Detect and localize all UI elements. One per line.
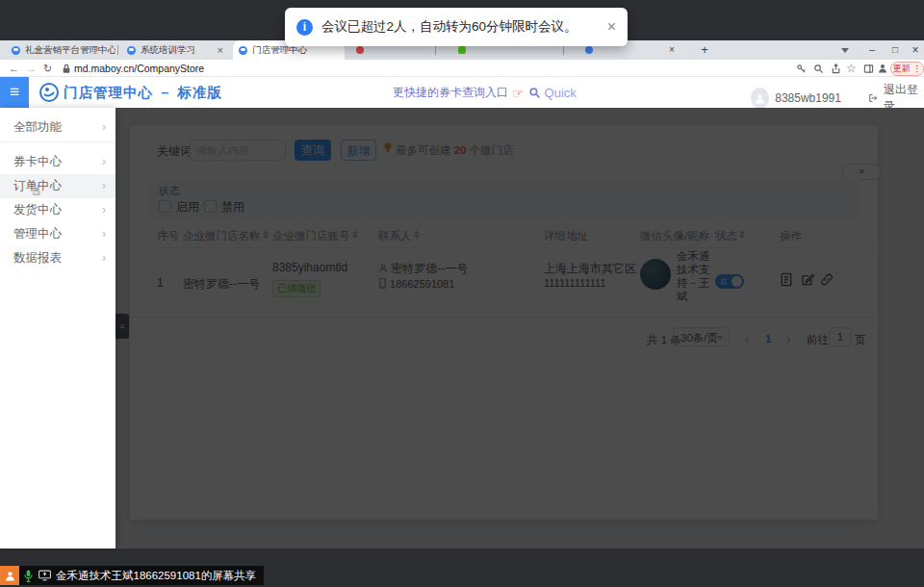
- tab-separator: [435, 45, 436, 55]
- hidden-tab-favicon: [356, 46, 364, 54]
- app-header: ≡ 门店管理中心 － 标准版 更快捷的券卡查询入口 ☞ Quick 8385wb…: [0, 77, 924, 108]
- tab-favicon: [12, 46, 20, 55]
- share-user-badge[interactable]: [0, 566, 19, 585]
- chevron-right-icon: ›: [102, 174, 106, 198]
- lock-icon: [62, 64, 71, 74]
- sidebar-item-data-report[interactable]: 数据报表›: [0, 246, 116, 270]
- sidebar-item-order-center[interactable]: 订单中心›: [0, 174, 116, 198]
- tab-separator: [563, 45, 564, 55]
- key-icon[interactable]: [796, 64, 807, 74]
- chevron-right-icon: ›: [102, 113, 106, 141]
- quick-label: Quick: [545, 86, 577, 100]
- tab-label: 礼盒营销平台管理中心: [25, 44, 116, 57]
- sidebar-item-card-center[interactable]: 券卡中心›: [0, 150, 116, 174]
- window-minimize-button[interactable]: –: [862, 40, 882, 60]
- toast-close-icon[interactable]: ×: [607, 18, 616, 36]
- reload-icon[interactable]: ↻: [43, 60, 52, 77]
- tab-gift-platform[interactable]: 礼盒营销平台管理中心 ×: [6, 40, 116, 60]
- app-logo-icon: [38, 82, 60, 103]
- bookmark-star-icon[interactable]: ☆: [846, 60, 857, 77]
- pointing-hand-icon: ☞: [512, 86, 525, 101]
- chevron-right-icon: ›: [102, 246, 106, 270]
- chrome-update-button[interactable]: 更新 ⋮: [890, 62, 924, 76]
- hidden-tab-favicon: [458, 46, 466, 54]
- share-icon[interactable]: [831, 64, 841, 74]
- window-maximize-button[interactable]: □: [886, 40, 905, 60]
- chevron-right-icon: ›: [102, 150, 106, 174]
- dim-overlay[interactable]: [116, 108, 924, 549]
- sidebar-item-management-center[interactable]: 管理中心›: [0, 222, 116, 246]
- url-text[interactable]: md.maboy.cn/CompanyStore: [74, 60, 204, 77]
- person-icon: [4, 570, 16, 582]
- username-text: 8385wb1991: [775, 91, 841, 105]
- sidebar-menu: 全部功能› 券卡中心› 订单中心› 发货中心› 管理中心› 数据报表› ☝: [0, 108, 116, 549]
- tab-training[interactable]: 系统培训学习 ×: [121, 40, 229, 60]
- desktop: 礼盒营销平台管理中心 × 系统培训学习 × 门店管理中心 × + – □ × ←…: [0, 0, 924, 587]
- tab-favicon: [127, 46, 136, 55]
- tab-separator: [117, 45, 118, 55]
- new-tab-button[interactable]: +: [695, 40, 714, 60]
- hidden-tab-favicon: [585, 46, 593, 54]
- quick-search-icon: [528, 87, 541, 99]
- tab-label: 系统培训学习: [141, 44, 195, 57]
- quick-entry-text: 更快捷的券卡查询入口: [393, 85, 508, 101]
- profile-icon[interactable]: [877, 63, 888, 74]
- logout-icon[interactable]: [868, 92, 878, 104]
- menu-toggle-button[interactable]: ≡: [0, 77, 29, 108]
- screen-share-icon: [38, 570, 51, 581]
- browser-address-bar: ← → ↻ md.maboy.cn/CompanyStore ☆ 更新 ⋮: [0, 60, 924, 77]
- tab-favicon: [239, 46, 247, 55]
- toast-message: 会议已超过2人，自动转为60分钟限时会议。: [321, 18, 578, 36]
- side-panel-icon[interactable]: [863, 64, 874, 74]
- sidebar-item-all-functions[interactable]: 全部功能›: [0, 113, 116, 142]
- back-icon[interactable]: ←: [9, 60, 19, 77]
- microphone-icon: [23, 570, 34, 582]
- quick-entry[interactable]: 更快捷的券卡查询入口 ☞ Quick: [393, 85, 577, 101]
- tab-search-caret-icon[interactable]: [841, 48, 849, 53]
- info-icon: i: [296, 19, 313, 36]
- screen-share-bar: 金禾通技术王斌18662591081的屏幕共享: [19, 566, 264, 585]
- share-text: 金禾通技术王斌18662591081的屏幕共享: [56, 569, 256, 583]
- sidebar-item-shipping-center[interactable]: 发货中心›: [0, 198, 116, 222]
- chevron-right-icon: ›: [102, 222, 106, 246]
- tab-close-icon[interactable]: ×: [218, 44, 223, 56]
- user-avatar[interactable]: [751, 88, 769, 109]
- zoom-icon[interactable]: [813, 64, 824, 74]
- meeting-toast: i 会议已超过2人，自动转为60分钟限时会议。 ×: [285, 8, 628, 46]
- window-close-button[interactable]: ×: [906, 40, 924, 60]
- chevron-right-icon: ›: [102, 198, 106, 222]
- tab-close-icon[interactable]: ×: [662, 40, 681, 60]
- page-title: 门店管理中心 － 标准版: [64, 84, 222, 102]
- forward-icon[interactable]: →: [26, 60, 37, 77]
- mouse-cursor-icon: ☝: [32, 183, 39, 197]
